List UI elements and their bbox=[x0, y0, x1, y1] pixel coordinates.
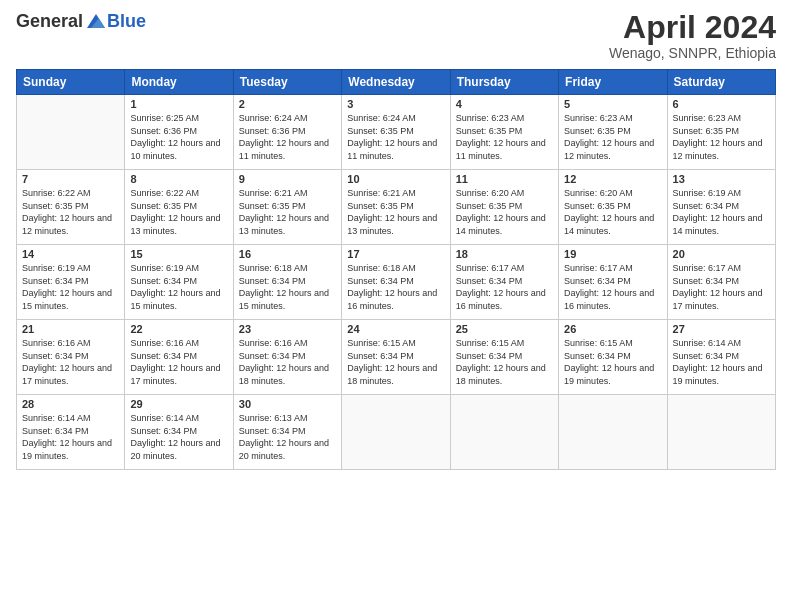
day-number: 13 bbox=[673, 173, 770, 185]
sunset-text: Sunset: 6:34 PM bbox=[564, 350, 661, 363]
logo: General Blue bbox=[16, 10, 146, 32]
day-number: 15 bbox=[130, 248, 227, 260]
day-info: Sunrise: 6:16 AMSunset: 6:34 PMDaylight:… bbox=[22, 337, 119, 387]
calendar-header-sunday: Sunday bbox=[17, 70, 125, 95]
daylight-text: Daylight: 12 hours and 18 minutes. bbox=[239, 362, 336, 387]
daylight-text: Daylight: 12 hours and 11 minutes. bbox=[347, 137, 444, 162]
daylight-text: Daylight: 12 hours and 18 minutes. bbox=[456, 362, 553, 387]
sunset-text: Sunset: 6:35 PM bbox=[456, 125, 553, 138]
sunset-text: Sunset: 6:34 PM bbox=[239, 350, 336, 363]
sunrise-text: Sunrise: 6:24 AM bbox=[347, 112, 444, 125]
sunrise-text: Sunrise: 6:22 AM bbox=[130, 187, 227, 200]
day-info: Sunrise: 6:19 AMSunset: 6:34 PMDaylight:… bbox=[130, 262, 227, 312]
sunrise-text: Sunrise: 6:18 AM bbox=[347, 262, 444, 275]
calendar-header-wednesday: Wednesday bbox=[342, 70, 450, 95]
sunrise-text: Sunrise: 6:17 AM bbox=[673, 262, 770, 275]
daylight-text: Daylight: 12 hours and 17 minutes. bbox=[130, 362, 227, 387]
day-info: Sunrise: 6:23 AMSunset: 6:35 PMDaylight:… bbox=[564, 112, 661, 162]
day-number: 27 bbox=[673, 323, 770, 335]
calendar-cell: 25Sunrise: 6:15 AMSunset: 6:34 PMDayligh… bbox=[450, 320, 558, 395]
day-info: Sunrise: 6:24 AMSunset: 6:35 PMDaylight:… bbox=[347, 112, 444, 162]
day-info: Sunrise: 6:16 AMSunset: 6:34 PMDaylight:… bbox=[239, 337, 336, 387]
sunset-text: Sunset: 6:34 PM bbox=[239, 425, 336, 438]
day-number: 1 bbox=[130, 98, 227, 110]
calendar-cell: 18Sunrise: 6:17 AMSunset: 6:34 PMDayligh… bbox=[450, 245, 558, 320]
header: General Blue April 2024 Wenago, SNNPR, E… bbox=[16, 10, 776, 61]
sunrise-text: Sunrise: 6:19 AM bbox=[130, 262, 227, 275]
logo-area: General Blue bbox=[16, 10, 146, 32]
sunrise-text: Sunrise: 6:20 AM bbox=[564, 187, 661, 200]
calendar-table: SundayMondayTuesdayWednesdayThursdayFrid… bbox=[16, 69, 776, 470]
calendar-cell: 21Sunrise: 6:16 AMSunset: 6:34 PMDayligh… bbox=[17, 320, 125, 395]
day-info: Sunrise: 6:15 AMSunset: 6:34 PMDaylight:… bbox=[456, 337, 553, 387]
day-info: Sunrise: 6:24 AMSunset: 6:36 PMDaylight:… bbox=[239, 112, 336, 162]
day-number: 24 bbox=[347, 323, 444, 335]
day-info: Sunrise: 6:22 AMSunset: 6:35 PMDaylight:… bbox=[130, 187, 227, 237]
calendar-cell: 22Sunrise: 6:16 AMSunset: 6:34 PMDayligh… bbox=[125, 320, 233, 395]
daylight-text: Daylight: 12 hours and 10 minutes. bbox=[130, 137, 227, 162]
day-number: 6 bbox=[673, 98, 770, 110]
day-number: 5 bbox=[564, 98, 661, 110]
day-info: Sunrise: 6:22 AMSunset: 6:35 PMDaylight:… bbox=[22, 187, 119, 237]
day-info: Sunrise: 6:17 AMSunset: 6:34 PMDaylight:… bbox=[564, 262, 661, 312]
day-number: 28 bbox=[22, 398, 119, 410]
daylight-text: Daylight: 12 hours and 15 minutes. bbox=[22, 287, 119, 312]
day-number: 29 bbox=[130, 398, 227, 410]
day-number: 8 bbox=[130, 173, 227, 185]
sunrise-text: Sunrise: 6:25 AM bbox=[130, 112, 227, 125]
calendar-header-row: SundayMondayTuesdayWednesdayThursdayFrid… bbox=[17, 70, 776, 95]
day-number: 14 bbox=[22, 248, 119, 260]
sunrise-text: Sunrise: 6:15 AM bbox=[347, 337, 444, 350]
calendar-cell bbox=[342, 395, 450, 470]
main-title: April 2024 bbox=[609, 10, 776, 45]
subtitle: Wenago, SNNPR, Ethiopia bbox=[609, 45, 776, 61]
sunrise-text: Sunrise: 6:24 AM bbox=[239, 112, 336, 125]
week-row-2: 7Sunrise: 6:22 AMSunset: 6:35 PMDaylight… bbox=[17, 170, 776, 245]
calendar-cell: 23Sunrise: 6:16 AMSunset: 6:34 PMDayligh… bbox=[233, 320, 341, 395]
sunset-text: Sunset: 6:34 PM bbox=[22, 275, 119, 288]
title-area: April 2024 Wenago, SNNPR, Ethiopia bbox=[609, 10, 776, 61]
sunset-text: Sunset: 6:36 PM bbox=[239, 125, 336, 138]
sunset-text: Sunset: 6:35 PM bbox=[22, 200, 119, 213]
day-info: Sunrise: 6:13 AMSunset: 6:34 PMDaylight:… bbox=[239, 412, 336, 462]
calendar-cell: 14Sunrise: 6:19 AMSunset: 6:34 PMDayligh… bbox=[17, 245, 125, 320]
sunrise-text: Sunrise: 6:16 AM bbox=[130, 337, 227, 350]
daylight-text: Daylight: 12 hours and 17 minutes. bbox=[673, 287, 770, 312]
sunset-text: Sunset: 6:35 PM bbox=[456, 200, 553, 213]
calendar-cell: 3Sunrise: 6:24 AMSunset: 6:35 PMDaylight… bbox=[342, 95, 450, 170]
calendar-cell: 19Sunrise: 6:17 AMSunset: 6:34 PMDayligh… bbox=[559, 245, 667, 320]
sunset-text: Sunset: 6:35 PM bbox=[239, 200, 336, 213]
sunset-text: Sunset: 6:35 PM bbox=[564, 125, 661, 138]
sunset-text: Sunset: 6:34 PM bbox=[239, 275, 336, 288]
day-info: Sunrise: 6:15 AMSunset: 6:34 PMDaylight:… bbox=[347, 337, 444, 387]
sunset-text: Sunset: 6:35 PM bbox=[347, 125, 444, 138]
calendar-cell: 28Sunrise: 6:14 AMSunset: 6:34 PMDayligh… bbox=[17, 395, 125, 470]
calendar-cell: 1Sunrise: 6:25 AMSunset: 6:36 PMDaylight… bbox=[125, 95, 233, 170]
sunrise-text: Sunrise: 6:15 AM bbox=[456, 337, 553, 350]
daylight-text: Daylight: 12 hours and 19 minutes. bbox=[564, 362, 661, 387]
calendar-cell: 10Sunrise: 6:21 AMSunset: 6:35 PMDayligh… bbox=[342, 170, 450, 245]
day-number: 16 bbox=[239, 248, 336, 260]
calendar-cell: 7Sunrise: 6:22 AMSunset: 6:35 PMDaylight… bbox=[17, 170, 125, 245]
calendar-cell: 27Sunrise: 6:14 AMSunset: 6:34 PMDayligh… bbox=[667, 320, 775, 395]
day-number: 7 bbox=[22, 173, 119, 185]
sunrise-text: Sunrise: 6:23 AM bbox=[673, 112, 770, 125]
daylight-text: Daylight: 12 hours and 17 minutes. bbox=[22, 362, 119, 387]
sunrise-text: Sunrise: 6:13 AM bbox=[239, 412, 336, 425]
calendar-cell bbox=[17, 95, 125, 170]
sunset-text: Sunset: 6:34 PM bbox=[347, 275, 444, 288]
day-number: 11 bbox=[456, 173, 553, 185]
sunset-text: Sunset: 6:34 PM bbox=[130, 275, 227, 288]
calendar-cell: 9Sunrise: 6:21 AMSunset: 6:35 PMDaylight… bbox=[233, 170, 341, 245]
day-number: 10 bbox=[347, 173, 444, 185]
daylight-text: Daylight: 12 hours and 12 minutes. bbox=[673, 137, 770, 162]
day-number: 30 bbox=[239, 398, 336, 410]
daylight-text: Daylight: 12 hours and 18 minutes. bbox=[347, 362, 444, 387]
sunset-text: Sunset: 6:34 PM bbox=[456, 275, 553, 288]
day-info: Sunrise: 6:25 AMSunset: 6:36 PMDaylight:… bbox=[130, 112, 227, 162]
day-info: Sunrise: 6:20 AMSunset: 6:35 PMDaylight:… bbox=[564, 187, 661, 237]
daylight-text: Daylight: 12 hours and 14 minutes. bbox=[456, 212, 553, 237]
sunrise-text: Sunrise: 6:14 AM bbox=[130, 412, 227, 425]
day-number: 9 bbox=[239, 173, 336, 185]
sunset-text: Sunset: 6:35 PM bbox=[673, 125, 770, 138]
